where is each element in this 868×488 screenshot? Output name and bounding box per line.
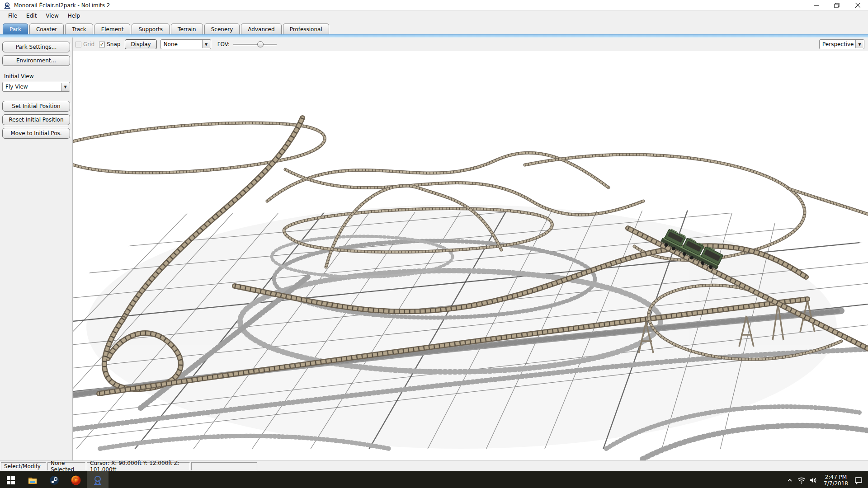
tab-element[interactable]: Element — [94, 23, 131, 34]
reset-initial-position-button[interactable]: Reset Initial Position — [2, 114, 70, 125]
tab-advanced[interactable]: Advanced — [241, 23, 281, 34]
status-mode: Select/Modify — [1, 462, 46, 470]
display-button[interactable]: Display — [125, 39, 156, 49]
grid-checkbox[interactable] — [75, 42, 81, 47]
menu-bar: File Edit View Help — [0, 11, 868, 21]
fov-label: FOV: — [217, 41, 230, 47]
chevron-down-icon[interactable] — [61, 83, 69, 91]
tab-scenery[interactable]: Scenery — [204, 23, 240, 34]
park-sidebar: Park Settings... Environment... Initial … — [0, 38, 72, 460]
taskbar-steam[interactable] — [43, 471, 65, 488]
minimize-button[interactable] — [806, 0, 826, 10]
fov-slider-groove — [233, 44, 277, 45]
firefox-icon — [71, 475, 81, 486]
menu-view[interactable]: View — [41, 12, 63, 20]
chevron-down-icon[interactable] — [202, 40, 210, 48]
tab-accent-strip — [0, 34, 868, 38]
set-initial-position-button[interactable]: Set Initial Position — [2, 101, 70, 112]
tab-coaster[interactable]: Coaster — [29, 23, 64, 34]
tab-professional[interactable]: Professional — [283, 23, 329, 34]
file-explorer-icon — [28, 475, 38, 485]
park-settings-button[interactable]: Park Settings... — [2, 42, 70, 52]
tab-bar: Park Coaster Track Element Supports Terr… — [0, 21, 868, 34]
action-center-icon[interactable] — [853, 476, 864, 485]
initial-view-dropdown[interactable]: Fly View — [2, 82, 70, 92]
windows-taskbar: 2:47 PM 7/7/2018 — [0, 471, 868, 488]
snap-checkbox[interactable] — [99, 42, 105, 47]
initial-view-label: Initial View — [4, 73, 72, 80]
menu-edit[interactable]: Edit — [22, 12, 41, 20]
initial-view-value: Fly View — [5, 84, 28, 90]
taskbar-file-explorer[interactable] — [22, 471, 43, 488]
snap-label: Snap — [107, 41, 120, 47]
menu-file[interactable]: File — [4, 12, 22, 20]
chevron-down-icon[interactable] — [855, 40, 863, 48]
viewport-3d[interactable] — [73, 51, 868, 460]
fov-slider[interactable] — [233, 41, 277, 48]
close-button[interactable] — [847, 0, 868, 10]
grid-label: Grid — [83, 41, 94, 47]
nolimits2-icon — [92, 475, 103, 486]
tab-park[interactable]: Park — [3, 23, 28, 34]
coaster-render — [73, 51, 868, 460]
clock-date: 7/7/2018 — [824, 480, 848, 487]
clock-time: 2:47 PM — [824, 474, 848, 480]
projection-value: Perspective — [822, 41, 854, 47]
taskbar-nolimits2[interactable] — [87, 471, 108, 488]
app-icon — [4, 2, 11, 9]
view-toolbar: Grid Snap Display None FOV: Perspective — [73, 38, 868, 51]
display-mode-dropdown[interactable]: None — [160, 39, 211, 49]
status-empty-cell — [191, 462, 257, 470]
start-button[interactable] — [0, 471, 22, 488]
environment-button[interactable]: Environment... — [2, 55, 70, 66]
steam-icon — [49, 475, 59, 485]
wifi-icon[interactable] — [796, 476, 807, 485]
tab-supports[interactable]: Supports — [132, 23, 170, 34]
status-cursor-coords: Cursor: X: 90.000ft Y: 12.000ft Z: 101.0… — [87, 462, 190, 470]
taskbar-firefox[interactable] — [65, 471, 87, 488]
display-mode-value: None — [164, 41, 178, 47]
restore-button[interactable] — [826, 0, 847, 10]
status-bar: Select/Modify None Selected Cursor: X: 9… — [0, 460, 868, 471]
menu-help[interactable]: Help — [63, 12, 85, 20]
status-selection: None Selected — [47, 462, 85, 470]
system-tray: 2:47 PM 7/7/2018 — [784, 471, 868, 488]
projection-dropdown[interactable]: Perspective — [819, 39, 864, 49]
windows-logo-icon — [7, 476, 15, 484]
move-to-initial-pos-button[interactable]: Move to Initial Pos. — [2, 128, 70, 139]
tab-track[interactable]: Track — [65, 23, 93, 34]
taskbar-clock[interactable]: 2:47 PM 7/7/2018 — [824, 474, 848, 487]
fov-slider-knob[interactable] — [257, 41, 264, 47]
volume-icon[interactable] — [807, 476, 819, 485]
tab-terrain[interactable]: Terrain — [171, 23, 203, 34]
title-bar: Monorail Éclair.nl2park - NoLimits 2 — [0, 0, 868, 11]
tray-chevron-up-icon[interactable] — [784, 477, 796, 483]
window-title: Monorail Éclair.nl2park - NoLimits 2 — [14, 2, 110, 9]
